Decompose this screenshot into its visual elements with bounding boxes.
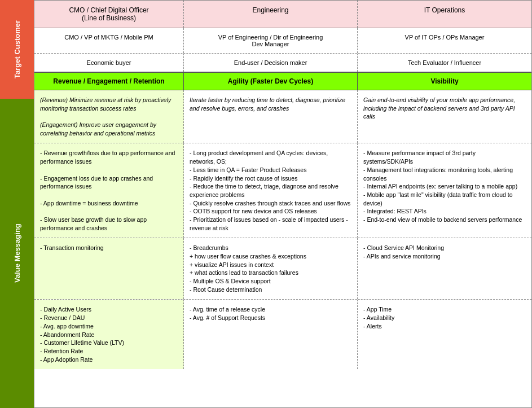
content-4-1: - Daily Active Users - Revenue / DAU - A…: [34, 300, 184, 369]
header-cell-2: Engineering: [184, 1, 358, 28]
header-cell-1: CMO / Chief Digital Officer (Line of Bus…: [34, 1, 184, 28]
target-customer-section: CMO / Chief Digital Officer (Line of Bus…: [34, 1, 531, 73]
sub-cell-1-3: VP of IT OPs / OPs Manager: [358, 28, 531, 53]
sub-cell-2-2: End-user / Decision maker: [184, 54, 358, 72]
content-row-1: (Revenue) Minimize revenue at risk by pr…: [34, 90, 531, 143]
main-content: CMO / Chief Digital Officer (Line of Bus…: [34, 0, 532, 408]
content-4-3: - App Time - Availability - Alerts: [358, 300, 531, 369]
content-row-3: - Transaction monitoring - Breadcrumbs +…: [34, 238, 531, 300]
col-header-2: Agility (Faster Dev Cycles): [184, 73, 358, 90]
content-2-3: - Measure performance impact of 3rd part…: [358, 143, 531, 238]
sub-row-2: Economic buyer End-user / Decision maker…: [34, 54, 531, 72]
content-2-1: - Revenue growth/loss due to app perform…: [34, 143, 184, 238]
content-3-2: - Breadcrumbs + how user flow cause cras…: [184, 238, 358, 299]
header-cell-3: IT Operations: [358, 1, 531, 28]
col-headers-row: Revenue / Engagement / Retention Agility…: [34, 73, 531, 90]
left-labels: Target Customer Value Messaging: [0, 0, 34, 408]
target-customer-label: Target Customer: [0, 0, 34, 99]
sub-cell-1-1: CMO / VP of MKTG / Mobile PM: [34, 28, 184, 53]
content-1-1: (Revenue) Minimize revenue at risk by pr…: [34, 90, 184, 143]
sub-row-1: CMO / VP of MKTG / Mobile PM VP of Engin…: [34, 28, 531, 54]
value-messaging-section: Revenue / Engagement / Retention Agility…: [34, 73, 531, 407]
content-3-1: - Transaction monitoring: [34, 238, 184, 299]
col-header-1: Revenue / Engagement / Retention: [34, 73, 184, 90]
content-2-2: - Long product development and QA cycles…: [184, 143, 358, 238]
content-4-2: - Avg. time of a release cycle - Avg. # …: [184, 300, 358, 369]
value-messaging-label: Value Messaging: [0, 99, 34, 408]
header-row: CMO / Chief Digital Officer (Line of Bus…: [34, 1, 531, 28]
content-1-2: Iterate faster by reducing time to detec…: [184, 90, 358, 143]
col-header-3: Visibility: [358, 73, 531, 90]
main-wrapper: Target Customer Value Messaging CMO / Ch…: [0, 0, 532, 408]
sub-cell-2-1: Economic buyer: [34, 54, 184, 72]
sub-cell-2-3: Tech Evaluator / Influencer: [358, 54, 531, 72]
sub-cell-1-2: VP of Engineering / Dir of Engineering D…: [184, 28, 358, 53]
content-1-3: Gain end-to-end visibility of your mobil…: [358, 90, 531, 143]
content-3-3: - Cloud Service API Monitoring - APIs an…: [358, 238, 531, 299]
content-row-2: - Revenue growth/loss due to app perform…: [34, 143, 531, 238]
content-row-4: - Daily Active Users - Revenue / DAU - A…: [34, 300, 531, 369]
